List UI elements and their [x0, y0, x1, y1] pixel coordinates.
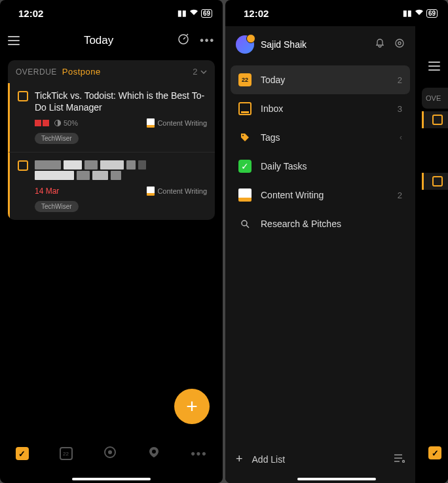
- more-button[interactable]: •••: [200, 35, 215, 46]
- avatar[interactable]: [236, 35, 254, 54]
- note-icon: [238, 188, 252, 202]
- home-indicator[interactable]: [297, 478, 376, 480]
- status-icons: ▮▮ 69: [177, 9, 212, 18]
- wifi-icon: [189, 9, 198, 18]
- bottom-tab-bar: ✓ 22 •••: [0, 437, 223, 470]
- status-time: 12:02: [244, 8, 269, 19]
- home-indicator[interactable]: [72, 478, 151, 480]
- svg-point-4: [396, 39, 403, 47]
- menu-list: 22 Today 2 Inbox 3 Tags ‹ ✓: [225, 63, 415, 442]
- task-tag[interactable]: TechWiser: [35, 133, 79, 144]
- plus-icon: +: [236, 452, 243, 466]
- tab-pomo[interactable]: [147, 446, 160, 462]
- status-time: 12:02: [18, 8, 43, 19]
- add-list-label: Add List: [252, 454, 286, 465]
- menu-label: Research & Pitches: [261, 219, 341, 229]
- task-title-redacted: [35, 160, 207, 170]
- menu-count: 2: [398, 75, 402, 85]
- checkmark-icon: ✓: [238, 160, 252, 173]
- task-checkbox[interactable]: [18, 160, 28, 171]
- status-icons: ▮▮ 69: [403, 9, 438, 18]
- add-task-fab[interactable]: +: [174, 389, 210, 424]
- status-bar: 12:02 ▮▮ 69: [0, 0, 223, 26]
- menu-item-content-writing[interactable]: Content Writing 2: [231, 181, 410, 209]
- section-header[interactable]: OVERDUE Postpone 2: [8, 60, 215, 83]
- menu-item-today[interactable]: 22 Today 2: [231, 65, 410, 94]
- menu-button[interactable]: [8, 36, 20, 45]
- svg-point-3: [152, 450, 156, 454]
- tab-habit[interactable]: [103, 446, 117, 462]
- manage-lists-icon[interactable]: [393, 454, 405, 465]
- task-date: 14 Mar: [35, 187, 59, 196]
- status-bar: 12:02 ▮▮ 69: [225, 0, 448, 26]
- task-checkbox: [432, 176, 443, 187]
- inbox-icon: [238, 102, 252, 115]
- phone-left-today-view: 12:02 ▮▮ 69 Today ••• OVERDUE Postpone 2: [0, 0, 223, 483]
- battery-icon: 69: [201, 9, 212, 18]
- menu-label: Today: [261, 75, 285, 85]
- task-item[interactable]: TickTick vs. Todoist: Which is the Best …: [8, 83, 215, 152]
- tab-tasks-peek: ✓: [428, 446, 441, 459]
- menu-label: Inbox: [261, 103, 283, 114]
- svg-point-6: [242, 135, 244, 136]
- menu-label: Daily Tasks: [261, 161, 307, 171]
- menu-button[interactable]: [428, 62, 440, 71]
- chevron-left-icon: ‹: [400, 133, 402, 142]
- overdue-section: OVERDUE Postpone 2 TickTick vs. Todoist:…: [8, 60, 215, 220]
- cellular-icon: ▮▮: [177, 9, 187, 18]
- progress-indicator: 50%: [54, 119, 78, 127]
- task-item-peek: [422, 173, 448, 190]
- menu-count: 3: [398, 104, 402, 114]
- today-icon: 22: [238, 73, 252, 86]
- tag-icon: [238, 131, 252, 144]
- profile-row[interactable]: Sajid Shaik: [225, 26, 415, 63]
- focus-icon[interactable]: [177, 33, 189, 48]
- search-icon: [238, 217, 252, 230]
- profile-name: Sajid Shaik: [261, 39, 368, 50]
- note-icon: [147, 187, 155, 196]
- section-header-peek: OVE: [422, 88, 448, 109]
- battery-icon: 69: [426, 9, 438, 18]
- task-list-label: Content Writing: [147, 187, 207, 196]
- settings-icon[interactable]: [394, 38, 405, 51]
- priority-indicator: [35, 120, 49, 126]
- menu-label: Tags: [261, 132, 280, 143]
- task-list-label: Content Writing: [147, 118, 207, 128]
- svg-point-5: [398, 42, 401, 45]
- tab-tasks[interactable]: ✓: [16, 447, 29, 460]
- svg-point-8: [403, 461, 405, 463]
- menu-item-daily-tasks[interactable]: ✓ Daily Tasks: [231, 152, 410, 181]
- cellular-icon: ▮▮: [403, 9, 412, 18]
- task-checkbox[interactable]: [18, 91, 28, 101]
- section-label: OVERDUE: [16, 67, 57, 77]
- menu-item-inbox[interactable]: Inbox 3: [231, 94, 410, 123]
- menu-label: Content Writing: [261, 190, 324, 200]
- obscured-main-view[interactable]: OVE ✓: [415, 26, 448, 483]
- menu-count: 2: [398, 190, 402, 200]
- add-list-button[interactable]: + Add List: [236, 452, 285, 466]
- task-item[interactable]: 14 Mar Content Writing TechWiser: [8, 152, 215, 220]
- page-title: Today: [84, 34, 113, 47]
- task-tag[interactable]: TechWiser: [35, 201, 79, 212]
- add-list-row: + Add List: [225, 442, 415, 476]
- task-checkbox: [432, 115, 443, 125]
- navigation-drawer: Sajid Shaik 22 Today 2: [225, 26, 415, 483]
- postpone-button[interactable]: Postpone: [62, 67, 101, 77]
- wifi-icon: [415, 9, 424, 18]
- top-nav: Today •••: [0, 26, 223, 55]
- menu-item-tags[interactable]: Tags ‹: [231, 123, 410, 152]
- phone-right-drawer-view: 12:02 ▮▮ 69 Sajid Shaik: [225, 0, 448, 483]
- notifications-icon[interactable]: [375, 38, 385, 51]
- task-title: TickTick vs. Todoist: Which is the Best …: [35, 90, 207, 113]
- section-count: 2: [193, 67, 207, 77]
- tab-calendar[interactable]: 22: [60, 447, 73, 460]
- task-title-redacted: [35, 171, 207, 180]
- svg-point-2: [108, 450, 112, 454]
- menu-item-research[interactable]: Research & Pitches: [231, 209, 410, 238]
- svg-point-7: [242, 221, 247, 226]
- note-icon: [147, 118, 155, 128]
- tab-more[interactable]: •••: [191, 447, 208, 461]
- task-item-peek: [422, 111, 448, 128]
